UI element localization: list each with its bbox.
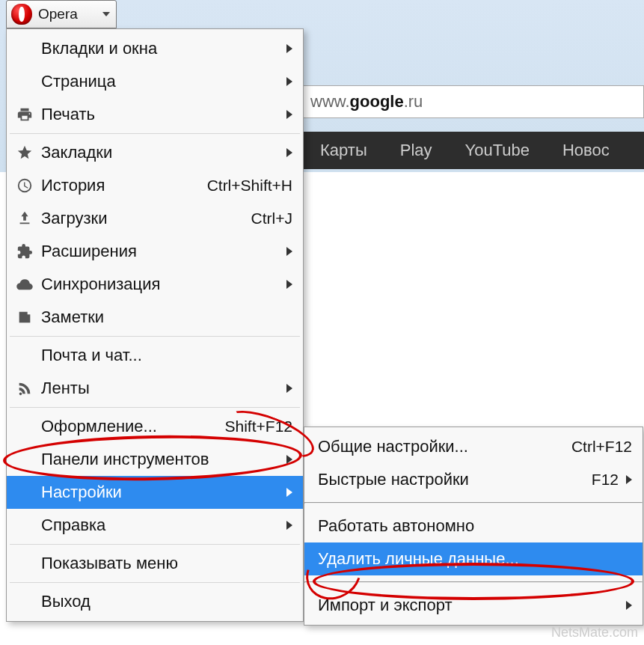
menu-themes[interactable]: Оформление... Shift+F12 <box>7 410 303 443</box>
note-icon <box>13 309 37 325</box>
url-host: google <box>350 92 404 111</box>
settings-submenu: Общие настройки... Ctrl+F12 Быстрые наст… <box>304 427 643 626</box>
print-icon <box>13 106 37 123</box>
menu-print-label: Печать <box>41 105 279 124</box>
submenu-arrow-icon <box>286 280 292 289</box>
submenu-quick-shortcut: F12 <box>592 471 619 489</box>
menu-separator <box>10 336 300 337</box>
menu-exit[interactable]: Выход <box>7 585 303 618</box>
menu-help[interactable]: Справка <box>7 509 303 542</box>
menu-exit-label: Выход <box>41 592 292 611</box>
menu-extensions[interactable]: Расширения <box>7 235 303 268</box>
url-prefix: www. <box>310 92 350 111</box>
menu-separator <box>10 407 300 408</box>
menu-separator <box>10 133 300 134</box>
menu-separator <box>304 502 643 504</box>
menu-sync-label: Синхронизация <box>41 275 279 294</box>
menu-toolbars[interactable]: Панели инструментов <box>7 443 303 476</box>
menu-separator <box>304 581 643 583</box>
submenu-offline-label: Работать автономно <box>318 516 632 536</box>
menu-tabs[interactable]: Вкладки и окна <box>7 32 303 65</box>
submenu-quick-label: Быстрые настройки <box>318 470 592 489</box>
submenu-arrow-icon <box>286 110 292 119</box>
submenu-offline[interactable]: Работать автономно <box>304 510 643 542</box>
puzzle-icon <box>13 243 37 260</box>
menu-showmenu[interactable]: Показывать меню <box>7 547 303 580</box>
chevron-down-icon <box>102 12 110 16</box>
address-bar[interactable]: www.google.ru <box>299 85 644 118</box>
nav-play[interactable]: Play <box>400 141 432 160</box>
submenu-arrow-icon <box>286 488 292 497</box>
menu-settings[interactable]: Настройки <box>7 476 303 509</box>
menu-feeds[interactable]: Ленты <box>7 372 303 405</box>
opera-main-menu: Вкладки и окна Страница Печать Закладки … <box>6 28 304 622</box>
menu-themes-shortcut: Shift+F12 <box>225 418 292 435</box>
submenu-arrow-icon <box>286 44 292 53</box>
menu-extensions-label: Расширения <box>41 242 279 261</box>
menu-mail-label: Почта и чат... <box>41 346 292 365</box>
submenu-import[interactable]: Импорт и экспорт <box>304 589 643 622</box>
nav-youtube[interactable]: YouTube <box>465 141 530 160</box>
submenu-arrow-icon <box>626 475 632 484</box>
opera-menu-button[interactable]: Opera <box>6 0 117 28</box>
submenu-arrow-icon <box>626 601 632 610</box>
menu-mail[interactable]: Почта и чат... <box>7 339 303 372</box>
star-icon <box>13 144 37 161</box>
submenu-delete-label: Удалить личные данные... <box>318 549 632 569</box>
menu-themes-label: Оформление... <box>41 417 225 436</box>
menu-feeds-label: Ленты <box>41 379 279 398</box>
menu-history-shortcut: Ctrl+Shift+H <box>207 177 292 195</box>
nav-news[interactable]: Новос <box>562 141 610 160</box>
menu-history[interactable]: История Ctrl+Shift+H <box>7 169 303 202</box>
menu-bookmarks-label: Закладки <box>41 143 279 162</box>
menu-separator <box>10 544 300 545</box>
menu-toolbars-label: Панели инструментов <box>41 450 279 469</box>
submenu-import-label: Импорт и экспорт <box>318 596 619 615</box>
submenu-general[interactable]: Общие настройки... Ctrl+F12 <box>304 430 643 463</box>
submenu-general-shortcut: Ctrl+F12 <box>571 438 632 456</box>
menu-page-label: Страница <box>41 72 279 91</box>
submenu-arrow-icon <box>286 455 292 464</box>
menu-settings-label: Настройки <box>41 483 279 502</box>
submenu-arrow-icon <box>286 148 292 157</box>
nav-maps[interactable]: Карты <box>320 141 367 160</box>
menu-help-label: Справка <box>41 516 279 535</box>
submenu-general-label: Общие настройки... <box>318 437 571 456</box>
menu-separator <box>10 582 300 583</box>
clock-icon <box>13 177 37 194</box>
cloud-icon <box>13 276 37 293</box>
submenu-arrow-icon <box>286 247 292 256</box>
menu-downloads[interactable]: Загрузки Ctrl+J <box>7 202 303 235</box>
submenu-arrow-icon <box>286 384 292 393</box>
submenu-arrow-icon <box>286 521 292 530</box>
menu-print[interactable]: Печать <box>7 98 303 131</box>
watermark: NetsMate.com <box>551 625 638 641</box>
opera-logo-icon <box>11 4 32 25</box>
submenu-arrow-icon <box>286 77 292 86</box>
menu-downloads-label: Загрузки <box>41 209 251 228</box>
menu-showmenu-label: Показывать меню <box>41 554 292 573</box>
url-suffix: .ru <box>404 92 423 111</box>
menu-downloads-shortcut: Ctrl+J <box>251 210 292 227</box>
menu-notes[interactable]: Заметки <box>7 301 303 334</box>
menu-tabs-label: Вкладки и окна <box>41 39 279 58</box>
opera-button-label: Opera <box>38 6 78 22</box>
download-icon <box>13 210 37 227</box>
submenu-quick[interactable]: Быстрые настройки F12 <box>304 463 643 496</box>
rss-icon <box>13 380 37 397</box>
submenu-delete-private[interactable]: Удалить личные данные... <box>304 542 643 575</box>
menu-sync[interactable]: Синхронизация <box>7 268 303 301</box>
menu-history-label: История <box>41 176 207 195</box>
menu-page[interactable]: Страница <box>7 65 303 98</box>
menu-bookmarks[interactable]: Закладки <box>7 136 303 169</box>
google-navbar: Карты Play YouTube Новос <box>304 132 644 169</box>
menu-notes-label: Заметки <box>41 308 292 327</box>
